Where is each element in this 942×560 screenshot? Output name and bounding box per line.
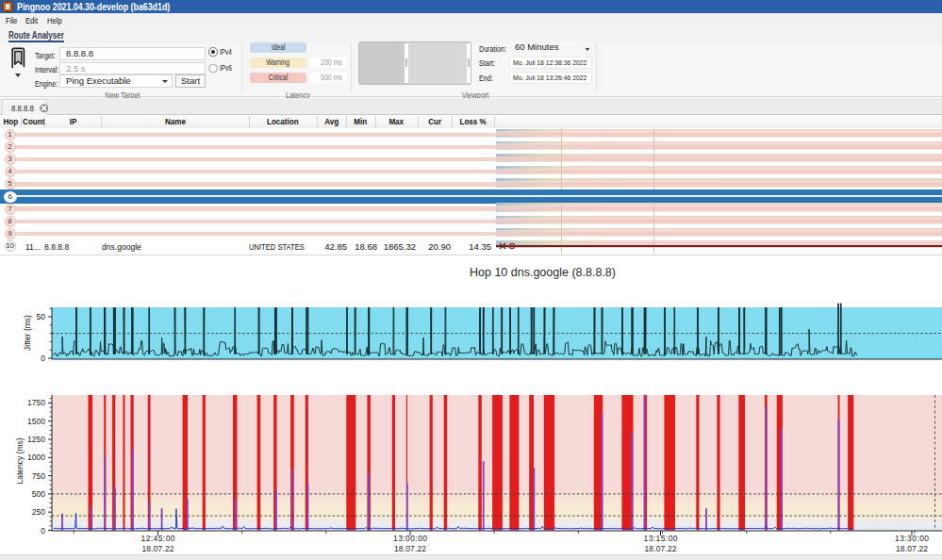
svg-text:0: 0 — [41, 354, 45, 363]
svg-text:13:00:00: 13:00:00 — [393, 534, 427, 543]
svg-text:0: 0 — [41, 526, 45, 535]
svg-text:12:45:00: 12:45:00 — [141, 534, 175, 543]
svg-text:18.07.22: 18.07.22 — [142, 544, 174, 553]
svg-text:18.07.22: 18.07.22 — [896, 544, 928, 553]
svg-text:1750: 1750 — [27, 398, 45, 407]
svg-text:50: 50 — [37, 312, 46, 321]
svg-text:13:30:00: 13:30:00 — [895, 534, 929, 543]
svg-text:1000: 1000 — [27, 453, 45, 462]
svg-text:Latency (ms): Latency (ms) — [15, 437, 25, 484]
svg-text:13:15:00: 13:15:00 — [644, 534, 678, 543]
svg-text:250: 250 — [32, 507, 45, 517]
svg-text:1500: 1500 — [27, 417, 45, 426]
svg-text:18.07.22: 18.07.22 — [645, 544, 677, 553]
svg-text:Jitter (ms): Jitter (ms) — [23, 315, 32, 351]
svg-text:500: 500 — [32, 489, 45, 499]
svg-text:750: 750 — [32, 471, 45, 481]
svg-text:1250: 1250 — [27, 435, 45, 444]
svg-text:18.07.22: 18.07.22 — [394, 544, 426, 553]
